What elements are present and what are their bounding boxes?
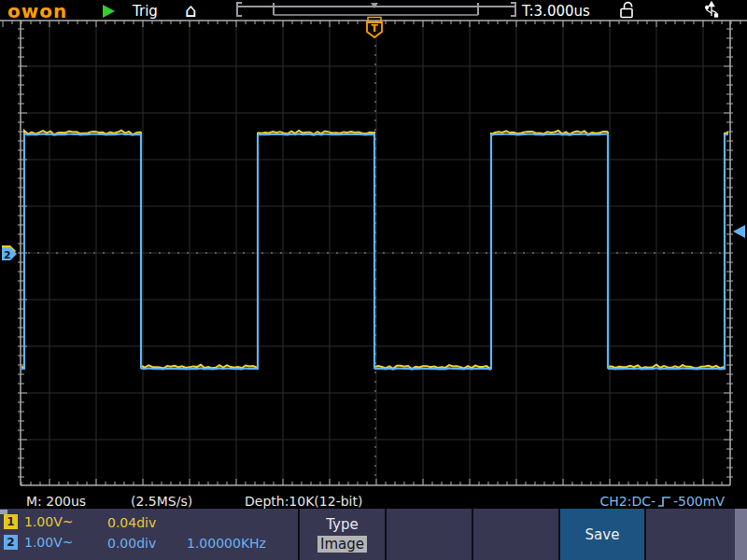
horizontal-position-indicator — [237, 3, 515, 16]
ch1-info-row: 1 1.00V~ — [4, 514, 73, 529]
trigger-level-text: -500mV — [673, 494, 725, 509]
scope-display: T 2 — [0, 0, 747, 560]
menu-edge-strip — [735, 509, 747, 560]
menu-divider — [644, 509, 646, 560]
depth-readout: Depth:10K(12-bit) — [245, 494, 362, 509]
waveform-traces — [21, 131, 728, 370]
ch2-scale: 1.00V~ — [24, 535, 73, 550]
menu-divider — [385, 509, 387, 560]
measured-frequency: 1.00000KHz — [187, 536, 266, 551]
trigger-source-text: CH2:DC- — [599, 494, 655, 509]
save-label: Save — [585, 526, 620, 543]
ch2-level-marker[interactable]: 2 — [2, 247, 17, 261]
trigger-status-readout: CH2:DC- -500mV — [599, 494, 725, 509]
menu-type-softkey[interactable]: Type Image — [300, 509, 385, 560]
trigger-level-arrow[interactable] — [733, 225, 745, 238]
sample-rate-readout: (2.5MS/s) — [131, 494, 192, 509]
type-label: Type — [326, 516, 358, 533]
save-button[interactable]: Save — [560, 509, 644, 560]
timebase-readout: M: 200us — [26, 494, 86, 509]
ch2-offset: 0.00div — [107, 536, 156, 551]
ch1-badge[interactable]: 1 — [4, 514, 18, 529]
bottom-menu-bar: 1 1.00V~ 0.04div 2 1.00V~ 0.00div 1.0000… — [0, 509, 747, 560]
ch2-marker-number: 2 — [4, 249, 11, 261]
ch2-badge[interactable]: 2 — [4, 535, 18, 550]
usb-icon — [706, 2, 718, 17]
ch1-scale: 1.00V~ — [24, 514, 73, 529]
trigger-flag-letter: T — [371, 22, 378, 35]
rising-edge-icon — [657, 496, 671, 508]
ch1-offset: 0.04div — [107, 515, 156, 530]
lock-icon — [621, 3, 632, 18]
ch2-info-row: 2 1.00V~ — [4, 535, 73, 550]
menu-divider — [472, 509, 473, 560]
oscilloscope-screen: OWON Trig ⌂ T:3.000us — [0, 0, 747, 560]
ch2-trace — [21, 133, 728, 369]
type-selected-value[interactable]: Image — [317, 536, 367, 553]
